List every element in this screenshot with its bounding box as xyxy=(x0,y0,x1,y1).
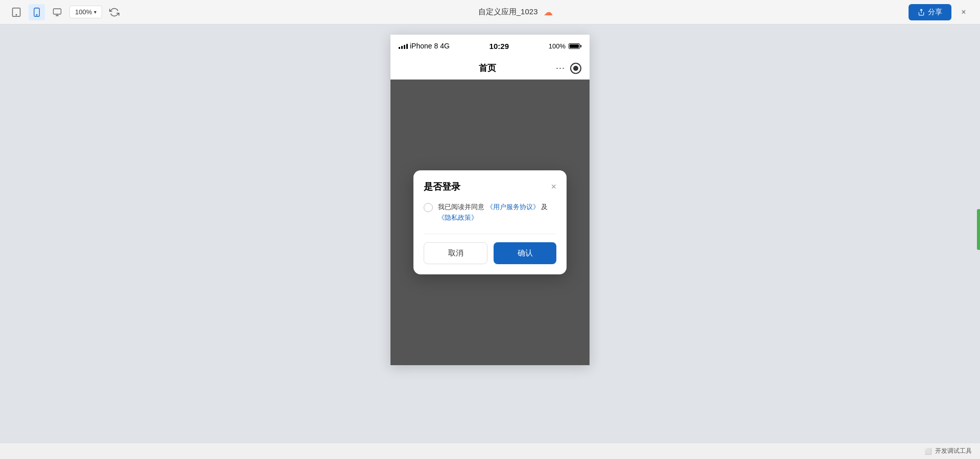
confirm-button[interactable]: 确认 xyxy=(494,242,556,264)
close-button[interactable]: × xyxy=(955,4,972,20)
signal-bar-4 xyxy=(406,44,408,49)
more-icon[interactable]: ··· xyxy=(556,63,565,73)
tablet-icon[interactable] xyxy=(8,4,24,20)
dialog-header: 是否登录 × xyxy=(424,181,556,193)
dialog-buttons: 取消 确认 xyxy=(424,242,556,264)
agreement-link2[interactable]: 《隐私政策》 xyxy=(438,214,478,221)
battery-percent: 100% xyxy=(549,42,566,50)
dialog-close-button[interactable]: × xyxy=(551,182,556,191)
dev-tools-label: 开发调试工具 xyxy=(935,447,972,455)
page-title: 自定义应用_1023 xyxy=(478,7,538,17)
agreement-prefix: 我已阅读并同意 xyxy=(438,203,484,211)
agreement-row: 我已阅读并同意 《用户服务协议》 及 《隐私政策》 xyxy=(424,202,556,223)
phone-content: 是否登录 × 我已阅读并同意 《用户服务协议》 及 《隐私政策》 xyxy=(390,80,590,365)
agreement-connector: 及 xyxy=(541,203,548,211)
debug-tab[interactable] xyxy=(977,209,980,250)
dev-tools-icon: ⬜ xyxy=(924,448,932,455)
toolbar-right: 分享 × xyxy=(909,4,972,20)
agreement-link1[interactable]: 《用户服务协议》 xyxy=(486,203,540,211)
share-button[interactable]: 分享 xyxy=(909,4,951,20)
bottom-bar: ⬜ 开发调试工具 xyxy=(0,443,980,459)
toolbar-center: 自定义应用_1023 ☁ xyxy=(127,7,904,18)
desktop-icon[interactable] xyxy=(49,4,65,20)
close-icon: × xyxy=(961,8,966,17)
share-label: 分享 xyxy=(928,8,942,17)
signal-bar-1 xyxy=(399,47,400,49)
agreement-text: 我已阅读并同意 《用户服务协议》 及 《隐私政策》 xyxy=(438,202,556,223)
status-bar: iPhone 8 4G 10:29 100% xyxy=(390,35,590,57)
phone-icon[interactable] xyxy=(29,4,45,20)
chevron-down-icon: ▾ xyxy=(94,9,96,15)
dev-tools-button[interactable]: ⬜ 开发调试工具 xyxy=(924,447,972,455)
zoom-control[interactable]: 100% ▾ xyxy=(69,6,102,18)
battery-icon xyxy=(569,43,581,49)
record-icon[interactable] xyxy=(570,63,581,74)
cloud-icon: ☁ xyxy=(544,7,553,18)
svg-point-3 xyxy=(36,14,37,15)
dialog-title: 是否登录 xyxy=(424,181,460,193)
dialog-divider xyxy=(424,234,556,234)
status-time: 10:29 xyxy=(489,42,509,50)
signal-bars xyxy=(399,43,408,49)
record-inner xyxy=(573,66,578,71)
svg-rect-4 xyxy=(54,9,61,14)
status-right: 100% xyxy=(549,42,581,50)
refresh-icon[interactable] xyxy=(106,4,122,20)
cancel-button[interactable]: 取消 xyxy=(424,242,487,264)
dialog-body: 我已阅读并同意 《用户服务协议》 及 《隐私政策》 xyxy=(424,202,556,223)
device-model: iPhone 8 4G xyxy=(410,42,450,50)
signal-bar-2 xyxy=(401,46,403,49)
app-navbar-title: 首页 xyxy=(479,62,496,74)
dialog-overlay: 是否登录 × 我已阅读并同意 《用户服务协议》 及 《隐私政策》 xyxy=(390,80,590,365)
signal-bar-3 xyxy=(404,45,405,49)
zoom-label: 100% xyxy=(75,8,92,16)
app-navbar: 首页 ··· xyxy=(390,57,590,80)
main-area: iPhone 8 4G 10:29 100% 首页 ··· xyxy=(0,24,980,443)
phone-frame: iPhone 8 4G 10:29 100% 首页 ··· xyxy=(390,35,590,365)
app-navbar-right: ··· xyxy=(556,63,581,74)
status-left: iPhone 8 4G xyxy=(399,42,450,50)
toolbar: 100% ▾ 自定义应用_1023 ☁ 分享 × xyxy=(0,0,980,24)
agreement-checkbox[interactable] xyxy=(424,203,433,212)
svg-point-1 xyxy=(16,14,17,15)
login-dialog: 是否登录 × 我已阅读并同意 《用户服务协议》 及 《隐私政策》 xyxy=(413,170,567,274)
